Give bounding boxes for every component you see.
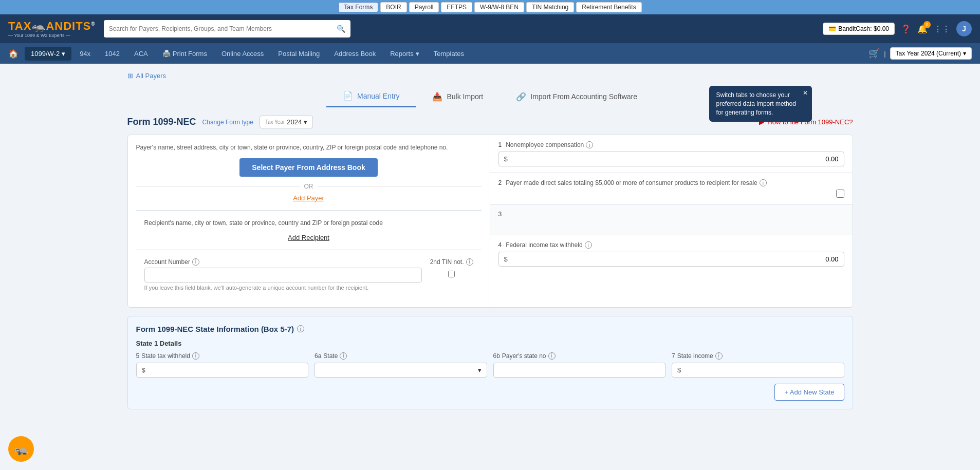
state-income-info-icon[interactable]: i xyxy=(715,352,723,360)
nav-right: 🛒 | Tax Year 2024 (Current) ▾ xyxy=(868,47,972,60)
manual-entry-icon: 📄 xyxy=(343,91,353,101)
state-income-text: State income xyxy=(677,352,713,360)
state-tax-withheld-amount[interactable] xyxy=(150,366,303,374)
tab-import-accounting[interactable]: 🔗 Import From Accounting Software xyxy=(500,86,654,107)
tooltip-close[interactable]: ✕ xyxy=(803,89,808,98)
nav-bar: 🏠 1099/W-2 ▾ 94x 1042 ACA 🖨️ Print Forms… xyxy=(0,43,980,64)
add-new-state-button[interactable]: + Add New State xyxy=(774,384,844,401)
add-state-row: + Add New State xyxy=(136,384,844,401)
select-payer-button[interactable]: Select Payer From Address Book xyxy=(239,158,377,177)
all-payers-label: All Payers xyxy=(136,72,167,80)
state-tax-withheld-input[interactable]: $ xyxy=(136,363,309,378)
chevron-down-icon: ▾ xyxy=(304,118,307,126)
notification-bell[interactable]: 🔔 0 xyxy=(917,24,928,34)
state-tax-withheld-label: 5 State tax withheld i xyxy=(136,352,309,360)
field-4-info-icon[interactable]: i xyxy=(585,241,592,249)
field-4-input[interactable]: $ xyxy=(498,252,844,267)
direct-sales-checkbox[interactable] xyxy=(836,190,844,198)
field-2-group: 2 Payer made direct sales totaling $5,00… xyxy=(490,173,853,204)
banner-payroll[interactable]: Payroll xyxy=(409,2,439,12)
chevron-down-icon: ▾ xyxy=(478,366,482,374)
banner-boir[interactable]: BOIR xyxy=(380,2,406,12)
import-tooltip: ✕ Switch tabs to choose your preferred d… xyxy=(709,86,812,122)
state-income-amount[interactable] xyxy=(685,366,838,374)
dollar-sign-1: $ xyxy=(504,155,508,163)
account-number-info-icon[interactable]: i xyxy=(192,258,199,266)
state-tax-withheld-field: 5 State tax withheld i $ xyxy=(136,352,309,378)
form-right: 1 Nonemployee compensation i $ 2 Payer m… xyxy=(490,135,853,307)
state-info-icon[interactable]: i xyxy=(340,352,347,360)
add-recipient-link[interactable]: Add Recipient xyxy=(144,234,473,241)
search-bar[interactable]: 🔍 xyxy=(104,20,350,37)
home-icon[interactable]: 🏠 xyxy=(8,49,19,59)
page-content: ⊞ All Payers 📄 Manual Entry 📥 Bulk Impor… xyxy=(115,64,865,418)
state-tax-dollar-sign: $ xyxy=(142,366,145,374)
field-3-label: 3 xyxy=(498,211,844,218)
nav-aca[interactable]: ACA xyxy=(128,47,154,61)
state-section: Form 1099-NEC State Information (Box 5-7… xyxy=(127,316,853,409)
header: TAX🦡ANDITS® — Your 1099 & W2 Experts — 🔍… xyxy=(0,14,980,43)
recipient-description: Recipient's name, city or town, state or… xyxy=(144,219,473,228)
bulk-import-label: Bulk Import xyxy=(447,92,483,101)
federal-income-tax-input[interactable] xyxy=(512,255,839,263)
payers-state-no-label: 6b Payer's state no i xyxy=(493,352,666,360)
field-4-num: 4 xyxy=(498,241,502,249)
logo-text: TAX🦡ANDITS® xyxy=(8,20,96,33)
change-form-link[interactable]: Change Form type xyxy=(202,119,253,126)
apps-icon[interactable]: ⋮⋮ xyxy=(934,24,950,34)
nonemployee-compensation-input[interactable] xyxy=(512,155,839,163)
field-1-text: Nonemployee compensation xyxy=(506,141,584,148)
nav-online-access[interactable]: Online Access xyxy=(215,47,270,61)
bandit-cash-button[interactable]: 💳 BanditCash: $0.00 xyxy=(823,23,895,35)
banner-tax-forms[interactable]: Tax Forms xyxy=(338,2,378,12)
banner-w9-w8ben[interactable]: W-9/W-8 BEN xyxy=(474,2,524,12)
dollar-sign-4: $ xyxy=(504,255,508,263)
tax-year-dropdown[interactable]: Tax Year 2024 ▾ xyxy=(260,116,313,128)
nav-print-forms[interactable]: 🖨️ Print Forms xyxy=(156,47,213,61)
tooltip-text: Switch tabs to choose your preferred dat… xyxy=(716,91,796,116)
state-field: 6a State i ▾ xyxy=(315,352,487,378)
bulk-import-icon: 📥 xyxy=(432,92,442,102)
tab-manual-entry[interactable]: 📄 Manual Entry xyxy=(326,86,416,107)
import-tabs: 📄 Manual Entry 📥 Bulk Import 🔗 Import Fr… xyxy=(127,86,853,107)
cart-icon[interactable]: 🛒 xyxy=(868,48,880,59)
field-2-info-icon[interactable]: i xyxy=(760,179,767,186)
nav-1099-w2[interactable]: 1099/W-2 ▾ xyxy=(25,47,71,61)
account-number-area: Account Number i If you leave this field… xyxy=(144,258,422,291)
banner-eftps[interactable]: EFTPS xyxy=(441,2,472,12)
nav-postal-mailing[interactable]: Postal Mailing xyxy=(272,47,326,61)
add-payer-link[interactable]: Add Payer xyxy=(136,194,482,202)
nav-address-book[interactable]: Address Book xyxy=(328,47,382,61)
nav-reports[interactable]: Reports ▾ xyxy=(384,47,426,61)
all-payers-breadcrumb[interactable]: ⊞ All Payers xyxy=(127,72,853,80)
state-income-input[interactable]: $ xyxy=(672,363,844,378)
second-tin-checkbox[interactable] xyxy=(448,271,455,277)
payers-state-no-info-icon[interactable]: i xyxy=(548,352,556,360)
nav-divider: | xyxy=(884,50,885,58)
nav-1042[interactable]: 1042 xyxy=(99,47,126,61)
state-select[interactable]: ▾ xyxy=(315,363,487,378)
payers-state-no-input[interactable] xyxy=(493,363,666,378)
field-1-info-icon[interactable]: i xyxy=(586,141,593,148)
nav-94x[interactable]: 94x xyxy=(73,47,97,61)
search-input[interactable] xyxy=(109,25,337,32)
payers-state-no-text: Payer's state no xyxy=(502,352,546,360)
banner-retirement[interactable]: Retirement Benefits xyxy=(576,2,641,12)
state-section-info-icon[interactable]: i xyxy=(297,325,304,332)
notification-count: 0 xyxy=(923,21,931,28)
state-fields-grid: 5 State tax withheld i $ 6a State i xyxy=(136,352,844,378)
field-1-input[interactable]: $ xyxy=(498,152,844,166)
tab-bulk-import[interactable]: 📥 Bulk Import xyxy=(416,86,500,107)
account-help-text: If you leave this field blank, we'll aut… xyxy=(144,285,422,291)
nav-templates[interactable]: Templates xyxy=(428,47,470,61)
help-icon[interactable]: ❓ xyxy=(901,24,911,34)
banner-tin-matching[interactable]: TIN Matching xyxy=(526,2,574,12)
state-income-label: 7 State income i xyxy=(672,352,844,360)
tax-year-label: Tax Year 2024 (Current) xyxy=(896,50,961,57)
state-tax-withheld-info-icon[interactable]: i xyxy=(192,352,199,360)
field-2-num: 2 xyxy=(498,179,502,186)
avatar[interactable]: J xyxy=(956,21,972,36)
account-number-input[interactable] xyxy=(144,268,422,283)
second-tin-info-icon[interactable]: i xyxy=(466,258,473,266)
tax-year-selector[interactable]: Tax Year 2024 (Current) ▾ xyxy=(890,47,972,60)
